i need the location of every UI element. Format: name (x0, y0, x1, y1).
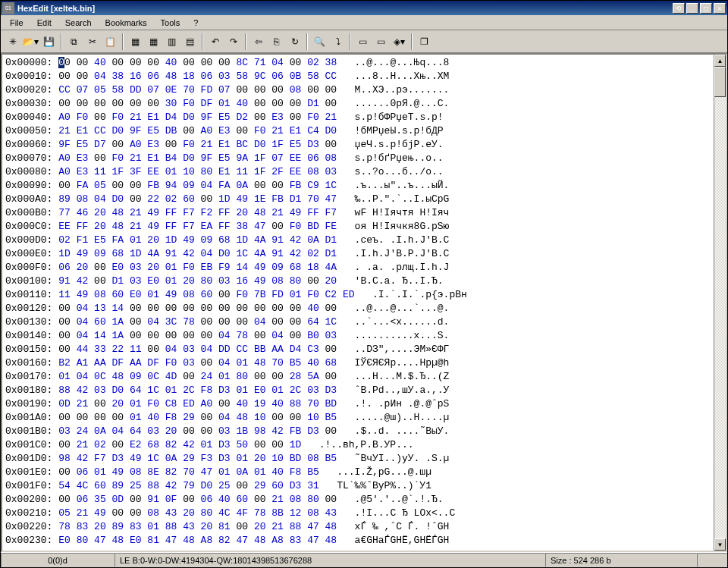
tool-insert[interactable]: ⎘ (268, 33, 285, 50)
toolbar-separator (202, 33, 203, 50)
tool-paste[interactable]: 📋 (102, 33, 119, 50)
toolbar-separator (122, 33, 124, 50)
window-title: HexEdit [xeltek.bin] (17, 4, 673, 13)
tool-find[interactable]: 🔍 (311, 33, 328, 50)
tool-sun[interactable]: ✳ (4, 33, 21, 50)
vertical-scrollbar[interactable]: ▲ ▼ (714, 55, 726, 551)
tool-grid1[interactable]: ▦ (127, 33, 144, 50)
window-controls: ⟲ _ □ × (673, 3, 726, 14)
status-extra (697, 553, 727, 567)
tool-grid4[interactable]: ▤ (181, 33, 199, 50)
scroll-track[interactable] (714, 97, 726, 538)
toolbar-separator (61, 33, 62, 50)
tool-goto-dd[interactable]: ◈▾ (391, 33, 408, 50)
scroll-up-button[interactable]: ▲ (714, 55, 726, 67)
tool-window-stack[interactable]: ❐ (416, 33, 433, 50)
app-icon: 01 (2, 2, 14, 14)
tool-undo[interactable]: ↶ (206, 33, 224, 50)
tool-grid2[interactable]: ▦ (145, 33, 162, 50)
scroll-thumb[interactable] (714, 67, 726, 97)
tool-grid3[interactable]: ▥ (163, 33, 180, 50)
restore-button[interactable]: ⟲ (673, 3, 685, 14)
tool-arrow-left[interactable]: ⇦ (249, 33, 267, 50)
tool-copy[interactable]: ⧉ (65, 33, 83, 50)
tool-save[interactable]: 💾 (40, 33, 58, 50)
toolbar: ✳📂▾💾⧉✂📋▦▦▥▤↶↷⇦⎘↻🔍⤵▭▭◈▾❐ (1, 30, 727, 53)
menu-file[interactable]: File (4, 17, 30, 29)
minimize-button[interactable]: _ (686, 3, 698, 14)
status-info: LE B:0-W:0-DW:4194304-QW:180143985136762… (115, 553, 545, 567)
toolbar-separator (411, 33, 413, 50)
menu-search[interactable]: Search (59, 17, 98, 29)
statusbar: 0(0)d LE B:0-W:0-DW:4194304-QW:180143985… (1, 552, 727, 567)
toolbar-separator (245, 33, 246, 50)
menu-bookmarks[interactable]: Bookmarks (99, 17, 153, 29)
tool-open-dd[interactable]: 📂▾ (22, 33, 39, 50)
tool-measure[interactable]: ▭ (372, 33, 390, 50)
toolbar-separator (306, 33, 308, 50)
tool-ruler[interactable]: ▭ (354, 33, 372, 50)
menu-tools[interactable]: Tools (155, 17, 187, 29)
status-position: 0(0)d (1, 553, 115, 567)
menu-help[interactable]: ? (187, 17, 204, 29)
scroll-down-button[interactable]: ▼ (714, 538, 726, 551)
tool-cut[interactable]: ✂ (83, 33, 101, 50)
status-size: Size : 524 286 b (545, 553, 697, 567)
menu-edit[interactable]: Edit (31, 17, 58, 29)
tool-find-next[interactable]: ⤵ (329, 33, 347, 50)
maximize-button[interactable]: □ (700, 3, 712, 14)
content-area: 0x00000: 00 00 40 00 00 00 40 00 00 00 8… (1, 53, 727, 552)
hex-view[interactable]: 0x00000: 00 00 40 00 00 00 40 00 00 00 8… (2, 55, 714, 551)
app-window: 01 HexEdit [xeltek.bin] ⟲ _ □ × File Edi… (0, 0, 728, 568)
tool-rotate[interactable]: ↻ (286, 33, 303, 50)
titlebar: 01 HexEdit [xeltek.bin] ⟲ _ □ × (1, 1, 727, 15)
close-button[interactable]: × (714, 3, 726, 14)
menubar: File Edit Search Bookmarks Tools ? (1, 15, 727, 30)
tool-redo[interactable]: ↷ (224, 33, 242, 50)
toolbar-separator (350, 33, 351, 50)
